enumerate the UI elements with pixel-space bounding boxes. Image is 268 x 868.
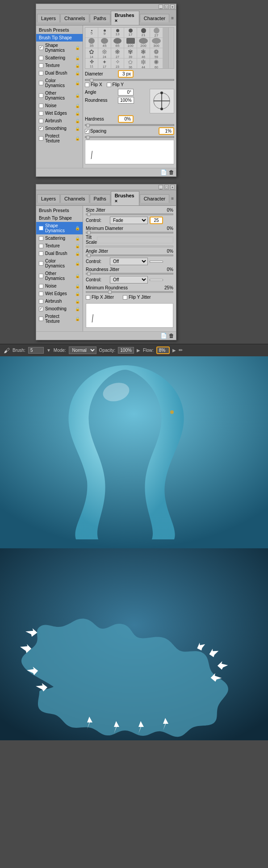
tab-layers-1[interactable]: Layers xyxy=(37,14,60,22)
wet-edges-cb-1[interactable] xyxy=(39,111,43,116)
flip-x-item[interactable]: Flip X xyxy=(85,82,102,87)
angle-control-select[interactable]: Off Fade xyxy=(110,258,148,265)
opacity-value[interactable]: 100% xyxy=(118,347,134,354)
tab-character-1[interactable]: Character xyxy=(140,14,169,22)
sidebar-noise-2[interactable]: Noise 🔒 xyxy=(36,282,83,290)
spacing-slider[interactable] xyxy=(85,136,174,138)
roundness-jitter-slider[interactable] xyxy=(86,273,173,275)
tab-paths-2[interactable]: Paths xyxy=(90,194,110,203)
delete-preset-icon-2[interactable]: 🗑 xyxy=(169,333,174,339)
sidebar-color-dynamics-1[interactable]: Color Dynamics 🔒 xyxy=(36,77,83,89)
scattering-cb-1[interactable] xyxy=(39,56,43,60)
diameter-slider[interactable] xyxy=(85,79,174,81)
flip-x-jitter-item[interactable]: Flip X Jitter xyxy=(86,295,114,300)
size-control-number[interactable]: 25 xyxy=(150,217,163,224)
spacing-cb[interactable] xyxy=(85,129,89,134)
brush-dropdown-arrow[interactable]: ▼ xyxy=(46,348,51,353)
sidebar-shape-dynamics-2[interactable]: Shape Dynamics 🔒 xyxy=(36,222,83,234)
sidebar-other-dynamics-2[interactable]: Other Dynamics 🔒 xyxy=(36,270,83,282)
min-roundness-slider[interactable] xyxy=(86,291,173,293)
texture-cb-1[interactable] xyxy=(39,63,43,68)
texture-cb-2[interactable] xyxy=(39,244,43,248)
sidebar-airbrush-2[interactable]: Airbrush 🔒 xyxy=(36,297,83,305)
maximize-button[interactable]: □ xyxy=(164,4,169,9)
new-preset-icon-2[interactable]: 📄 xyxy=(160,333,167,339)
sidebar-smoothing-1[interactable]: Smoothing 🔒 xyxy=(36,125,83,132)
brush-preset-16[interactable]: ✾39 xyxy=(124,48,137,58)
delete-preset-icon[interactable]: 🗑 xyxy=(169,169,174,175)
size-jitter-slider[interactable] xyxy=(86,213,173,215)
sidebar-color-dynamics-2[interactable]: Color Dynamics 🔒 xyxy=(36,257,83,270)
sidebar-smoothing-2[interactable]: Smoothing 🔒 xyxy=(36,305,83,313)
brush-size-value[interactable]: 5 xyxy=(28,347,44,354)
brush-preset-9[interactable]: 65 xyxy=(111,38,124,48)
brush-preset-8[interactable]: 45 xyxy=(98,38,111,48)
airbrush-cb-1[interactable] xyxy=(39,119,43,123)
sidebar-texture-2[interactable]: Texture 🔒 xyxy=(36,242,83,250)
color-dynamics-cb-2[interactable] xyxy=(39,261,43,266)
angle-value[interactable]: 0° xyxy=(118,89,134,96)
sidebar-scattering-2[interactable]: Scattering 🔒 xyxy=(36,234,83,242)
tab-layers-2[interactable]: Layers xyxy=(37,194,60,203)
flip-y-item[interactable]: Flip Y xyxy=(107,82,124,87)
roundness-control-select[interactable]: Off Fade xyxy=(110,276,148,284)
size-control-select[interactable]: Fade Off Pen Pressure xyxy=(110,217,148,224)
brush-preset-11[interactable]: 200 xyxy=(137,38,150,48)
min-diameter-slider[interactable] xyxy=(86,232,173,234)
flip-y-jitter-item[interactable]: Flip Y Jitter xyxy=(123,295,151,300)
brush-preset-18[interactable]: ❁59 xyxy=(150,48,163,58)
airbrush-tool-icon[interactable]: ✏ xyxy=(179,347,183,353)
brush-preset-4[interactable]: 17 xyxy=(124,28,137,38)
maximize-button-2[interactable]: □ xyxy=(164,185,169,189)
brush-grid-scrollbar[interactable] xyxy=(168,28,174,68)
sidebar-brush-tip-shape[interactable]: Brush Tip Shape xyxy=(36,34,83,42)
close-button-2[interactable]: × xyxy=(170,185,175,189)
brush-preset-24[interactable]: ✺60 xyxy=(150,58,163,68)
brush-preset-6[interactable]: 27 xyxy=(150,28,163,38)
protect-texture-cb-2[interactable] xyxy=(39,317,43,321)
hardness-slider[interactable] xyxy=(85,124,174,126)
sidebar-texture-1[interactable]: Texture 🔒 xyxy=(36,62,83,69)
flip-x-jitter-cb[interactable] xyxy=(86,295,90,300)
dual-brush-cb-2[interactable] xyxy=(39,251,43,256)
brush-preset-5[interactable]: 21 xyxy=(137,28,150,38)
scattering-cb-2[interactable] xyxy=(39,236,43,241)
wet-edges-cb-2[interactable] xyxy=(39,292,43,296)
minimize-button-2[interactable]: _ xyxy=(159,185,163,189)
minimize-button[interactable]: _ xyxy=(159,4,163,9)
flip-x-cb[interactable] xyxy=(85,83,89,87)
tab-channels-2[interactable]: Channels xyxy=(60,194,89,203)
new-preset-icon[interactable]: 📄 xyxy=(160,169,167,175)
noise-cb-1[interactable] xyxy=(39,104,43,108)
color-dynamics-cb-1[interactable] xyxy=(39,81,43,85)
brush-preset-7[interactable]: 35 xyxy=(85,38,98,48)
sidebar-wet-edges-2[interactable]: Wet Edges 🔒 xyxy=(36,290,83,297)
shape-dynamics-cb-1[interactable] xyxy=(39,46,43,50)
brush-preset-21[interactable]: ✧23 xyxy=(111,58,124,68)
close-button[interactable]: × xyxy=(170,4,175,9)
protect-texture-cb-1[interactable] xyxy=(39,136,43,141)
panel-menu-icon-1[interactable]: ≡ xyxy=(170,16,175,21)
mode-select[interactable]: Normal Multiply Screen xyxy=(69,346,96,354)
brush-preset-19[interactable]: ✤11 xyxy=(85,58,98,68)
sidebar-noise-1[interactable]: Noise 🔒 xyxy=(36,102,83,109)
airbrush-cb-2[interactable] xyxy=(39,299,43,304)
spacing-value[interactable]: 1% xyxy=(159,127,174,135)
angle-jitter-slider[interactable] xyxy=(86,255,173,256)
brush-preset-12[interactable]: 300 xyxy=(150,38,163,48)
tab-channels-1[interactable]: Channels xyxy=(60,14,89,22)
smoothing-cb-1[interactable] xyxy=(39,126,43,131)
brush-preset-22[interactable]: ✩36 xyxy=(124,58,137,68)
brush-preset-15[interactable]: ❋27 xyxy=(111,48,124,58)
sidebar-dual-brush-2[interactable]: Dual Brush 🔒 xyxy=(36,250,83,257)
brush-preset-3[interactable]: 13 xyxy=(111,28,124,38)
brush-preset-23[interactable]: ❇44 xyxy=(137,58,150,68)
other-dynamics-cb-1[interactable] xyxy=(39,93,43,98)
brush-preset-13[interactable]: ✿14 xyxy=(85,48,98,58)
sidebar-airbrush-1[interactable]: Airbrush 🔒 xyxy=(36,117,83,125)
roundness-value[interactable]: 100% xyxy=(118,97,134,104)
sidebar-protect-texture-2[interactable]: Protect Texture 🔒 xyxy=(36,313,83,325)
flip-y-jitter-cb[interactable] xyxy=(123,295,127,300)
smoothing-cb-2[interactable] xyxy=(39,307,43,311)
brush-preset-17[interactable]: ❃46 xyxy=(137,48,150,58)
